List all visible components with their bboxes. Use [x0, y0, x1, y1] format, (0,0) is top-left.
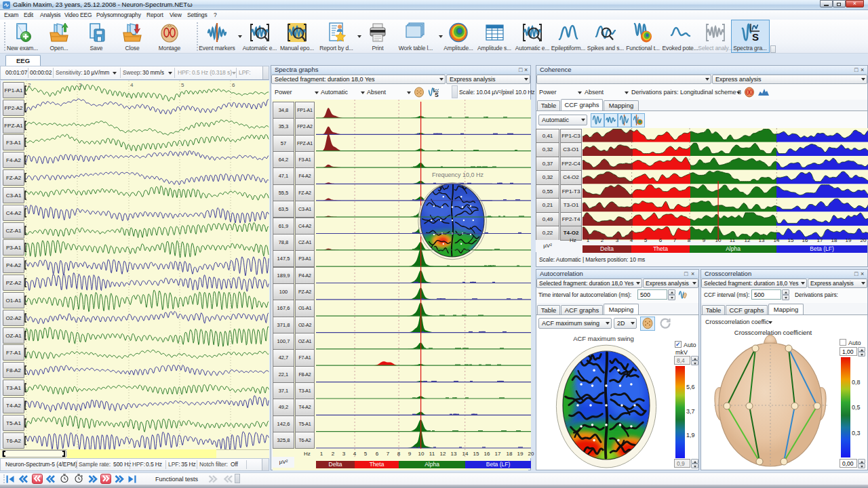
svg-text:S: S: [435, 92, 439, 98]
svg-text:Frequency 10,0 Hz: Frequency 10,0 Hz: [432, 171, 484, 178]
svg-text:6: 6: [232, 82, 235, 88]
svg-text:4: 4: [130, 82, 134, 88]
svg-text:5: 5: [181, 82, 184, 88]
svg-text:S: S: [752, 31, 759, 43]
